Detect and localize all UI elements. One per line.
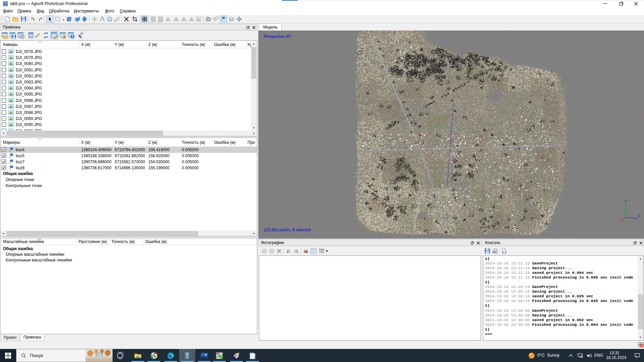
svg-text:Z: Z	[638, 214, 640, 218]
svg-text:X: X	[620, 218, 623, 222]
svg-text:Y: Y	[625, 199, 627, 203]
